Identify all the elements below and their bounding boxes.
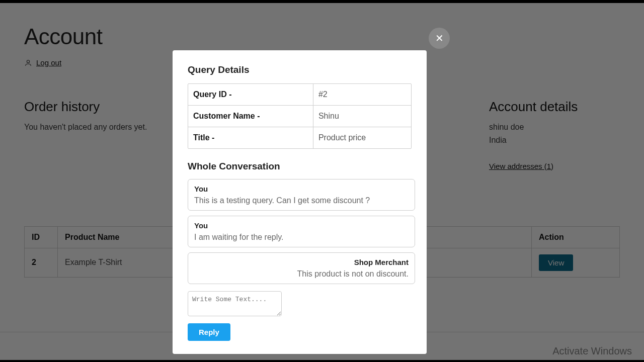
query-id-value: #2 [313, 84, 411, 106]
details-grid: Query ID - #2 Customer Name - Shinu Titl… [188, 83, 412, 149]
close-icon: ✕ [435, 32, 444, 44]
message-bubble: You This is a testing query. Can I get s… [188, 179, 415, 211]
message-sender: You [194, 185, 409, 193]
message-body: This is a testing query. Can I get some … [194, 196, 409, 205]
message-body: I am waiting for the reply. [194, 233, 409, 242]
conversation-heading: Whole Conversation [188, 161, 412, 172]
query-details-modal: Query Details Query ID - #2 Customer Nam… [173, 50, 427, 354]
modal-title: Query Details [188, 64, 412, 75]
message-sender: You [194, 221, 409, 230]
query-id-label: Query ID - [188, 84, 313, 106]
message-bubble: You I am waiting for the reply. [188, 216, 415, 247]
title-value: Product price [313, 127, 411, 148]
message-body: This product is not on discount. [194, 269, 409, 279]
message-bubble: Shop Merchant This product is not on dis… [188, 252, 415, 284]
message-sender: Shop Merchant [194, 258, 409, 266]
reply-button[interactable]: Reply [188, 323, 230, 341]
close-button[interactable]: ✕ [429, 28, 450, 49]
customer-label: Customer Name - [188, 106, 313, 127]
reply-textarea[interactable] [188, 291, 282, 316]
title-label: Title - [188, 127, 313, 148]
customer-value: Shinu [313, 106, 411, 127]
